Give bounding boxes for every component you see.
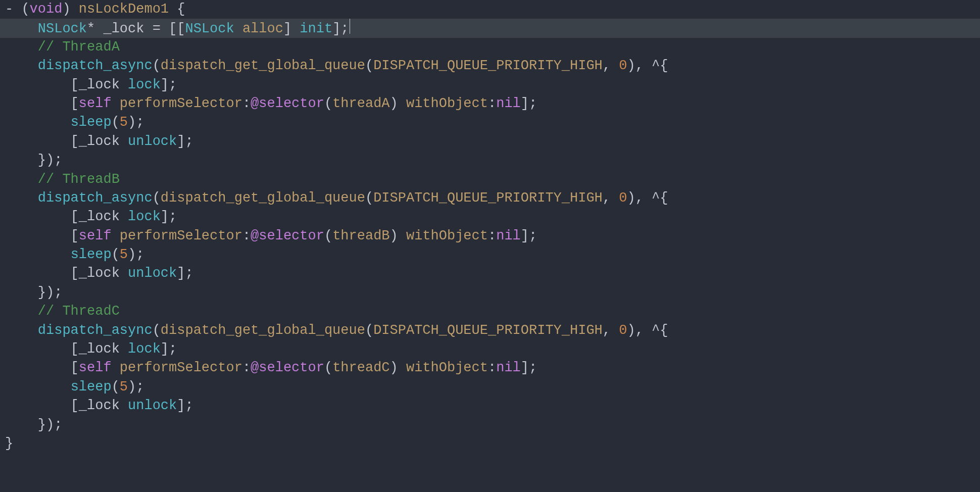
code-token: dispatch_get_global_queue	[161, 323, 365, 338]
code-line[interactable]: // ThreadC	[0, 302, 980, 321]
code-token: dispatch_async	[38, 58, 153, 73]
code-token: lock	[128, 341, 161, 357]
code-token: (	[21, 2, 29, 17]
code-token: );	[128, 379, 144, 395]
code-line[interactable]: dispatch_async(dispatch_get_global_queue…	[0, 189, 980, 208]
code-token: ];	[177, 398, 193, 413]
code-line[interactable]: [self performSelector:@selector(threadC)…	[0, 359, 980, 377]
code-token: threadB	[332, 228, 389, 243]
code-token: void	[30, 2, 63, 17]
code-token: nil	[496, 228, 521, 243]
code-token: * _lock = [[	[87, 21, 185, 36]
code-token: // ThreadA	[38, 39, 120, 55]
code-token	[5, 304, 38, 319]
code-token: nil	[496, 96, 521, 111]
code-token: )	[62, 2, 78, 17]
code-token: });	[5, 285, 62, 300]
code-token	[112, 96, 120, 111]
code-token: nsLockDemo1	[79, 2, 169, 17]
code-token	[5, 323, 38, 338]
code-line[interactable]: [_lock unlock];	[0, 264, 980, 283]
code-token: [_lock	[5, 398, 128, 413]
code-token: 0	[619, 323, 627, 338]
code-token: ,	[603, 58, 619, 73]
code-token	[5, 247, 71, 262]
code-line[interactable]: });	[0, 416, 980, 434]
code-line[interactable]: dispatch_async(dispatch_get_global_queue…	[0, 57, 980, 75]
code-token: 5	[120, 247, 128, 262]
code-token: )	[390, 96, 406, 111]
code-token: [_lock	[5, 134, 128, 149]
code-token: [_lock	[5, 266, 128, 281]
code-line[interactable]: [self performSelector:@selector(threadB)…	[0, 227, 980, 245]
code-line[interactable]: [_lock lock];	[0, 340, 980, 359]
code-token: sleep	[71, 115, 112, 130]
code-token: lock	[128, 209, 161, 224]
code-token: :	[242, 228, 251, 243]
code-token: )	[390, 228, 406, 243]
code-token: threadA	[332, 96, 389, 111]
code-token: (	[153, 190, 161, 206]
code-token: -	[5, 2, 21, 17]
code-line[interactable]: // ThreadB	[0, 170, 980, 189]
code-token: [_lock	[5, 77, 128, 92]
code-token	[5, 58, 38, 73]
code-editor[interactable]: - (void) nsLockDemo1 { NSLock* _lock = […	[0, 0, 980, 453]
code-token: performSelector	[120, 228, 242, 243]
code-token: ];	[161, 77, 177, 92]
code-line[interactable]: sleep(5);	[0, 113, 980, 132]
code-token: self	[79, 96, 112, 111]
code-token: :	[488, 96, 496, 111]
code-token: [	[5, 228, 79, 243]
code-token: (	[153, 58, 161, 73]
code-token: DISPATCH_QUEUE_PRIORITY_HIGH	[373, 323, 603, 338]
code-line[interactable]: [self performSelector:@selector(threadA)…	[0, 94, 980, 113]
code-token: )	[390, 360, 406, 375]
code-token: DISPATCH_QUEUE_PRIORITY_HIGH	[373, 190, 603, 206]
code-token: ];	[332, 21, 349, 36]
code-token	[5, 39, 38, 55]
code-line[interactable]: [_lock lock];	[0, 208, 980, 226]
code-token: });	[5, 417, 62, 432]
code-token: });	[5, 153, 62, 168]
code-token: performSelector	[120, 360, 242, 375]
code-token: ];	[521, 228, 537, 243]
code-token: 0	[619, 190, 627, 206]
code-token: self	[79, 360, 112, 375]
code-token: (	[324, 360, 332, 375]
code-token: (	[112, 115, 120, 130]
code-token	[5, 21, 38, 36]
code-token: [_lock	[5, 341, 128, 357]
code-token: lock	[128, 77, 161, 92]
code-line[interactable]: dispatch_async(dispatch_get_global_queue…	[0, 321, 980, 340]
code-token: 5	[120, 379, 128, 395]
code-token	[5, 190, 38, 206]
code-token: :	[488, 228, 496, 243]
code-token: @selector	[251, 360, 324, 375]
code-line[interactable]: [_lock lock];	[0, 76, 980, 94]
code-token: NSLock	[185, 21, 234, 36]
code-line[interactable]: [_lock unlock];	[0, 132, 980, 151]
code-token: ), ^{	[627, 190, 668, 206]
code-token: ];	[161, 341, 177, 357]
code-token: unlock	[128, 134, 177, 149]
code-line[interactable]: sleep(5);	[0, 245, 980, 264]
code-line[interactable]: sleep(5);	[0, 378, 980, 397]
code-line[interactable]: [_lock unlock];	[0, 397, 980, 415]
code-token: :	[488, 360, 496, 375]
code-line[interactable]: }	[0, 434, 980, 453]
code-token: threadC	[332, 360, 389, 375]
code-token: unlock	[128, 398, 177, 413]
code-line[interactable]: - (void) nsLockDemo1 {	[0, 0, 980, 19]
code-token: dispatch_get_global_queue	[161, 58, 365, 73]
code-line[interactable]: NSLock* _lock = [[NSLock alloc] init];	[0, 19, 980, 37]
code-line[interactable]: });	[0, 283, 980, 302]
code-token: (	[365, 190, 373, 206]
code-token: (	[324, 96, 332, 111]
code-token: (	[112, 247, 120, 262]
code-line[interactable]: });	[0, 151, 980, 170]
code-token: (	[153, 323, 161, 338]
code-line[interactable]: // ThreadA	[0, 38, 980, 57]
code-token: [	[5, 96, 79, 111]
code-token: :	[242, 360, 251, 375]
